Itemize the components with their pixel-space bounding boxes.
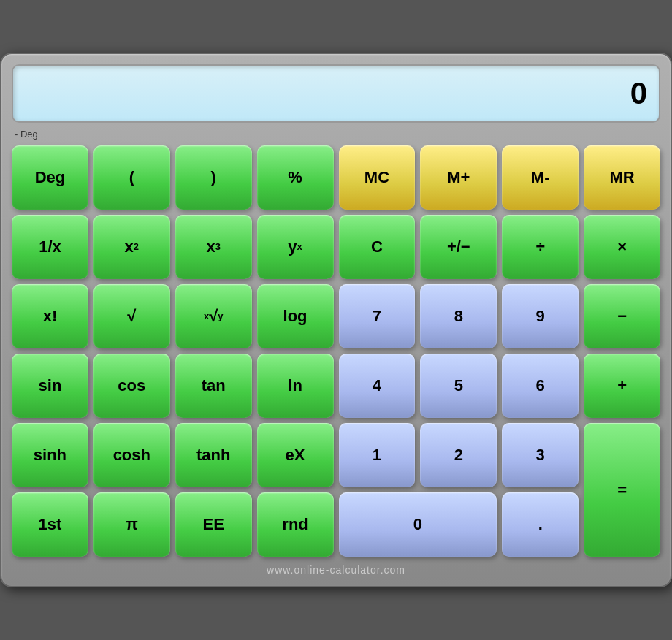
- deg-label: - Deg: [12, 129, 660, 140]
- mr-button[interactable]: MR: [584, 145, 660, 210]
- website-label: www.online-calculator.com: [12, 564, 660, 576]
- first-button[interactable]: 1st: [12, 492, 88, 557]
- pi-button[interactable]: π: [93, 492, 170, 557]
- n2-button[interactable]: 2: [420, 423, 497, 487]
- pct-button[interactable]: %: [257, 145, 334, 210]
- lparen-button[interactable]: (: [93, 145, 170, 210]
- cosh-button[interactable]: cosh: [93, 423, 170, 487]
- buttons-grid: Deg()%MCM+M-MR1/xx2x3yxC+/−÷×x!√x√ylog78…: [12, 145, 660, 557]
- eq-button[interactable]: =: [584, 423, 660, 557]
- fact-button[interactable]: x!: [12, 284, 88, 348]
- sq-button[interactable]: x2: [93, 215, 170, 279]
- cube-button[interactable]: x3: [175, 215, 252, 279]
- clr-button[interactable]: C: [339, 215, 416, 279]
- mc-button[interactable]: MC: [339, 145, 416, 210]
- ee-button[interactable]: EE: [175, 492, 252, 557]
- rparen-button[interactable]: ): [175, 145, 252, 210]
- n0-button[interactable]: 0: [339, 492, 497, 557]
- tan-button[interactable]: tan: [175, 354, 252, 418]
- ex-button[interactable]: eX: [257, 423, 334, 487]
- cos-button[interactable]: cos: [93, 354, 170, 418]
- log-button[interactable]: log: [257, 284, 334, 348]
- mplus-button[interactable]: M+: [420, 145, 497, 210]
- display-value: 0: [630, 76, 647, 111]
- mul-button[interactable]: ×: [584, 215, 660, 279]
- ln-button[interactable]: ln: [257, 354, 334, 418]
- dot-button[interactable]: .: [502, 492, 579, 557]
- n7-button[interactable]: 7: [339, 284, 416, 348]
- n8-button[interactable]: 8: [420, 284, 497, 348]
- sinh-button[interactable]: sinh: [12, 423, 88, 487]
- posneg-button[interactable]: +/−: [420, 215, 497, 279]
- n5-button[interactable]: 5: [420, 354, 497, 418]
- sin-button[interactable]: sin: [12, 354, 88, 418]
- xrooty-button[interactable]: x√y: [175, 284, 252, 348]
- add-button[interactable]: +: [584, 354, 660, 418]
- rnd-button[interactable]: rnd: [257, 492, 334, 557]
- yx-button[interactable]: yx: [257, 215, 334, 279]
- mminus-button[interactable]: M-: [502, 145, 579, 210]
- n1-button[interactable]: 1: [339, 423, 416, 487]
- inv-button[interactable]: 1/x: [12, 215, 88, 279]
- n6-button[interactable]: 6: [502, 354, 579, 418]
- sub-button[interactable]: −: [584, 284, 660, 348]
- n9-button[interactable]: 9: [502, 284, 579, 348]
- sqrt-button[interactable]: √: [93, 284, 170, 348]
- n4-button[interactable]: 4: [339, 354, 416, 418]
- tanh-button[interactable]: tanh: [175, 423, 252, 487]
- n3-button[interactable]: 3: [502, 423, 579, 487]
- display: 0: [12, 64, 660, 123]
- calculator: 0 - Deg Deg()%MCM+M-MR1/xx2x3yxC+/−÷×x!√…: [0, 53, 672, 587]
- deg-button[interactable]: Deg: [12, 145, 88, 210]
- div-button[interactable]: ÷: [502, 215, 579, 279]
